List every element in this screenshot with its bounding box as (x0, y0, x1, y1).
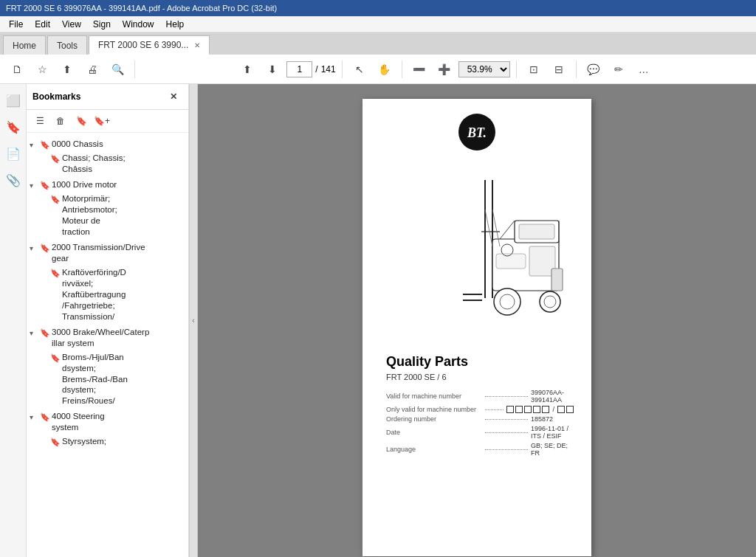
page-separator: / (315, 64, 317, 75)
prev-page-button[interactable]: ⬆ (236, 59, 258, 80)
more-tools-button[interactable]: … (633, 59, 655, 80)
menu-view[interactable]: View (56, 18, 87, 31)
svg-text:BT.: BT. (467, 125, 487, 140)
layers-icon[interactable]: ⬜ (3, 90, 24, 111)
bm-label-motor: Motorprimär;Antriebsmotor;Moteur detract… (61, 193, 185, 238)
bm-section-2000: ▾ 🔖 2000 Transmission/Drivegear 🔖 Kraftö… (27, 241, 188, 324)
label-date: Date (386, 429, 482, 436)
expand-0000-icon[interactable]: ▾ (30, 140, 40, 150)
info-row-machine: Valid for machine number 399076AA-399141… (386, 389, 574, 404)
pdf-logo: BT. (380, 114, 574, 151)
tab-document-label: FRT 2000 SE 6 3990... (98, 40, 188, 50)
info-row-date: Date 1996-11-01 / ITS / ESIF (386, 425, 574, 440)
bm-label-4000: 4000 Steeringsystem (50, 411, 185, 433)
bm-child-transmission[interactable]: 🔖 Kraftöverföring/Drivväxel;Kraftübertra… (47, 266, 188, 324)
menu-file[interactable]: File (3, 18, 29, 31)
hand-tool-button[interactable]: ✋ (374, 59, 396, 80)
new-file-button[interactable]: 🗋 (6, 59, 28, 80)
comment-button[interactable]: 💬 (583, 59, 605, 80)
page-number-input[interactable] (286, 61, 312, 77)
menu-window[interactable]: Window (117, 18, 160, 31)
separator-1 (134, 60, 135, 78)
pdf-viewer: BT. (198, 84, 756, 557)
bookmark-4000-icon: 🔖 (40, 412, 50, 422)
bm-section-1000: ▾ 🔖 1000 Drive motor 🔖 Motorprimär;Antri… (27, 178, 188, 239)
bm-label-3000: 3000 Brake/Wheel/Caterpillar system (50, 327, 185, 349)
expand-1000-icon[interactable]: ▾ (30, 181, 40, 190)
attachments-icon[interactable]: 📎 (3, 170, 24, 190)
tab-tools[interactable]: Tools (47, 35, 87, 55)
bm-label-brake: Broms-/Hjul/Bandsystem;Brems-/Rad-/Bands… (61, 352, 185, 407)
zoom-out-button[interactable]: ➖ (408, 59, 430, 80)
tab-home[interactable]: Home (3, 35, 46, 55)
bookmark-options-button[interactable]: ☰ (31, 113, 49, 129)
title-bar: FRT 2000 SE 6 399076AA - 399141AA.pdf - … (0, 0, 756, 16)
pdf-content: BT. (362, 99, 591, 474)
bm-item-1000[interactable]: ▾ 🔖 1000 Drive motor (27, 178, 188, 192)
value-machine-only: / (506, 406, 574, 413)
navigation-controls: ⬆ ⬇ / 141 ↖ ✋ ➖ ➕ 53.9% 75% 100% ⊡ ⊟ 💬 ✏… (236, 59, 654, 80)
svg-rect-10 (496, 254, 526, 269)
bm-child-chassis[interactable]: 🔖 Chassi; Chassis;Châssis (47, 151, 188, 176)
expand-3000-icon[interactable]: ▾ (30, 328, 40, 338)
bookmark-motor-icon: 🔖 (50, 194, 61, 204)
dots-3 (485, 419, 528, 420)
forklift-illustration (380, 165, 574, 342)
bm-item-0000[interactable]: ▾ 🔖 0000 Chassis (27, 137, 188, 151)
upload-button[interactable]: ⬆ (56, 59, 78, 80)
search-button[interactable]: 🔍 (106, 59, 128, 80)
menu-edit[interactable]: Edit (29, 18, 56, 31)
mbox-5 (542, 406, 549, 413)
svg-point-17 (544, 296, 556, 308)
svg-line-18 (485, 210, 492, 246)
bm-child-motor[interactable]: 🔖 Motorprimär;Antriebsmotor;Moteur detra… (47, 192, 188, 239)
bm-item-3000[interactable]: ▾ 🔖 3000 Brake/Wheel/Caterpillar system (27, 325, 188, 350)
bm-item-4000[interactable]: ▾ 🔖 4000 Steeringsystem (27, 409, 188, 435)
page-total: 141 (321, 64, 336, 75)
bm-children-0000: 🔖 Chassi; Chassis;Châssis (27, 151, 188, 176)
bookmark-star-button[interactable]: ☆ (31, 59, 53, 80)
bookmarks-icon[interactable]: 🔖 (3, 117, 24, 137)
pen-button[interactable]: ✏ (608, 59, 630, 80)
print-button[interactable]: 🖨 (81, 59, 103, 80)
bm-children-2000: 🔖 Kraftöverföring/Drivväxel;Kraftübertra… (27, 266, 188, 324)
svg-rect-9 (519, 224, 554, 239)
mbox-6 (557, 406, 565, 413)
menu-sign[interactable]: Sign (87, 18, 117, 31)
pages-icon[interactable]: 📄 (3, 143, 24, 164)
zoom-in-button[interactable]: ➕ (433, 59, 456, 80)
bookmark-2000-icon: 🔖 (40, 243, 50, 253)
bm-label-1000: 1000 Drive motor (50, 179, 185, 190)
tab-document[interactable]: FRT 2000 SE 6 3990... ✕ (89, 35, 210, 55)
tab-close-icon[interactable]: ✕ (194, 41, 200, 49)
bm-label-steering: Styrsystem; (61, 436, 185, 447)
bookmarks-panel: Bookmarks ✕ ☰ 🗑 🔖 🔖+ ▾ 🔖 0000 Chassis 🔖 (27, 84, 189, 557)
cursor-tool-button[interactable]: ↖ (348, 59, 371, 80)
dots-1 (485, 396, 528, 397)
machine-number-boxes: / (506, 406, 574, 413)
bm-child-brake[interactable]: 🔖 Broms-/Hjul/Bandsystem;Brems-/Rad-/Ban… (47, 350, 188, 409)
zoom-select[interactable]: 53.9% 75% 100% (458, 61, 510, 77)
quality-parts-title: Quality Parts (386, 354, 574, 370)
close-panel-button[interactable]: ✕ (165, 89, 182, 105)
info-row-ordering: Ordering number 185872 (386, 415, 574, 423)
new-bookmark-button[interactable]: 🔖 (72, 113, 90, 129)
bm-item-2000[interactable]: ▾ 🔖 2000 Transmission/Drivegear (27, 241, 188, 266)
label-machine-valid: Valid for machine number (386, 392, 482, 400)
fit-page-button[interactable]: ⊡ (523, 59, 545, 80)
expand-bookmark-button[interactable]: 🔖+ (93, 113, 111, 129)
dots-5 (485, 449, 528, 450)
mbox-7 (566, 406, 574, 413)
bm-children-3000: 🔖 Broms-/Hjul/Bandsystem;Brems-/Rad-/Ban… (27, 350, 188, 409)
delete-bookmark-button[interactable]: 🗑 (52, 113, 69, 129)
menu-help[interactable]: Help (160, 18, 190, 31)
fit-width-button[interactable]: ⊟ (548, 59, 570, 80)
collapse-handle[interactable]: ‹ (189, 84, 198, 557)
expand-2000-icon[interactable]: ▾ (30, 243, 40, 253)
bm-label-chassis: Chassi; Chassis;Châssis (61, 153, 185, 175)
separator-4 (516, 60, 517, 78)
next-page-button[interactable]: ⬇ (261, 59, 284, 80)
expand-4000-icon[interactable]: ▾ (30, 412, 40, 422)
quality-parts-subtitle: FRT 2000 SE / 6 (386, 373, 574, 381)
bm-child-steering[interactable]: 🔖 Styrsystem; (47, 435, 188, 449)
